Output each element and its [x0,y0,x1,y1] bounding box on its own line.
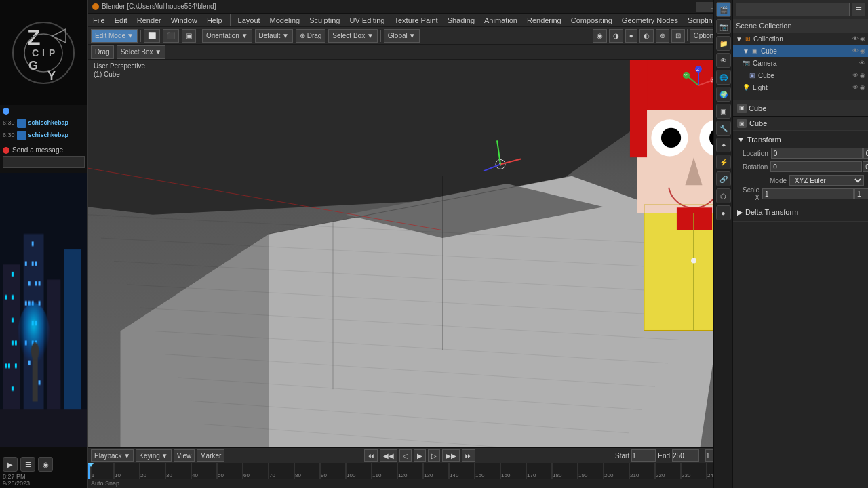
prev-keyframe-button[interactable]: ◁ [399,449,412,462]
ri-scene2-btn[interactable]: 🌐 [716,70,731,85]
prop-transform-header[interactable]: ▼ Transform [737,133,864,146]
ri-particles-btn[interactable]: ✦ [716,138,731,152]
outliner-item-light[interactable]: 💡 Light 👁 ◉ [733,81,868,94]
menu-shading[interactable]: Shading [446,16,477,24]
menu-layout[interactable]: Layout [236,16,262,24]
left-icon-2[interactable]: ☰ [20,457,35,472]
timeline: Playback ▼ Keying ▼ View Marker ⏮ ◀◀ ◁ ▶… [88,447,732,488]
drag-sub-button[interactable]: Drag [91,45,114,59]
menu-modeling[interactable]: Modeling [268,16,302,24]
scale-y[interactable] [854,188,868,199]
timeline-body[interactable] [88,463,732,479]
menu-uv-editing[interactable]: UV Editing [347,16,387,24]
outliner-render-cube2[interactable]: ◉ [860,72,865,79]
rotation-x[interactable] [770,161,862,172]
notif-row [0,105,87,117]
viewport-shading-3[interactable]: ● [625,29,637,43]
jump-end-button[interactable]: ⏭ [462,449,475,462]
edit-mode-button[interactable]: Edit Mode ▼ [91,29,138,43]
ri-physics-btn[interactable]: ⚡ [716,155,731,169]
end-frame-input[interactable] [672,449,699,462]
outliner-eye-camera[interactable]: 👁 [859,60,865,66]
search-input[interactable] [736,3,850,16]
outliner-eye-cube2[interactable]: 👁 [852,72,859,79]
gizmo-button[interactable]: ⊡ [671,29,685,43]
prev-frame-button[interactable]: ◀◀ [380,449,397,462]
select-button[interactable]: Select Box ▼ [328,29,377,43]
start-frame-input[interactable] [631,449,656,462]
scale-x[interactable] [762,188,854,199]
default-button[interactable]: Default ▼ [255,29,293,43]
vertex-mode-button[interactable]: ⬜ [144,29,160,43]
tl-view-button[interactable]: View [174,449,195,462]
start-label: Start [615,452,629,460]
chat-input[interactable] [3,156,85,168]
viewport-shading-2[interactable]: ◑ [609,29,623,43]
outliner-render-light[interactable]: ◉ [860,84,865,91]
viewport-shading-4[interactable]: ◐ [639,29,654,43]
menu-file[interactable]: File [91,16,107,24]
next-keyframe-button[interactable]: ▷ [428,449,440,462]
ri-data-btn[interactable]: ⬡ [716,188,731,203]
outliner-eye-collection[interactable]: 👁 [852,35,859,42]
viewport[interactable]: User Perspective (1) Cube + − 📷 ⌂ ⊞ [88,60,732,447]
ri-render-btn[interactable]: 📷 [716,19,731,34]
jump-start-button[interactable]: ⏮ [364,449,378,462]
prop-delta-header[interactable]: ▶ Delta Transform [737,205,864,219]
outliner-eye-cube[interactable]: 👁 [852,47,859,54]
menu-geometry-nodes[interactable]: Geometry Nodes [620,16,680,24]
delta-label: Delta Transform [745,208,798,216]
orientation-button[interactable]: Orientation ▼ [202,29,252,43]
filter-button[interactable]: ☰ [852,3,865,16]
menu-animation[interactable]: Animation [482,16,519,24]
rotation-y[interactable] [863,161,868,172]
overlay-button[interactable]: ⊕ [656,29,669,43]
ri-view-btn[interactable]: 👁 [716,53,731,68]
outliner-item-collection[interactable]: ▼ ⊞ Collection 👁 ◉ [733,33,868,45]
face-mode-button[interactable]: ▣ [182,29,196,43]
ri-constraints-btn[interactable]: 🔗 [716,171,731,186]
outliner-render-cube[interactable]: ◉ [860,47,865,54]
send-message-label[interactable]: Send a message [3,146,85,154]
next-frame-button[interactable]: ▶▶ [442,449,460,462]
prop-scale-row: Scale X [737,187,864,201]
rotation-mode-select[interactable]: XYZ Euler [789,175,864,186]
ri-world-btn[interactable]: 🌍 [716,87,731,102]
menu-edit[interactable]: Edit [113,16,130,24]
global-button[interactable]: Global ▼ [384,29,420,43]
menu-texture-paint[interactable]: Texture Paint [392,16,439,24]
outliner-item-camera[interactable]: 📷 Camera 👁 [733,57,868,69]
outliner-icons-cube: 👁 ◉ [852,47,865,54]
drag-button[interactable]: ⊕ Drag [296,29,326,43]
ri-output-btn[interactable]: 📁 [716,36,731,51]
ri-modifier-btn[interactable]: 🔧 [716,121,731,136]
playback-button[interactable]: Playback ▼ [91,449,134,462]
outliner-item-cube2[interactable]: ▣ Cube 👁 ◉ [733,69,868,81]
menu-rendering[interactable]: Rendering [525,16,564,24]
outliner-eye-light[interactable]: 👁 [852,84,859,91]
menu-help[interactable]: Help [205,16,224,24]
location-x[interactable] [771,148,863,159]
menu-render[interactable]: Render [135,16,163,24]
outliner-item-cube[interactable]: ▼ ▣ Cube 👁 ◉ [733,45,868,57]
outliner-render-collection[interactable]: ◉ [860,35,865,42]
chat-message-2: 6:30 schischkebap [0,129,87,142]
menu-sculpting[interactable]: Sculpting [307,16,342,24]
select-sub-button[interactable]: Select Box ▼ [117,45,165,59]
edge-mode-button[interactable]: ⬛ [163,29,179,43]
notif-dot [3,108,9,115]
menu-window[interactable]: Window [169,16,199,24]
viewport-shading-1[interactable]: ◉ [593,29,607,43]
left-icon-3[interactable]: ◉ [38,457,53,472]
blender-icon [91,2,100,12]
ri-scene-btn[interactable]: 🎬 [716,2,731,17]
left-icon-1[interactable]: ▶ [3,457,18,472]
play-button[interactable]: ▶ [414,449,426,462]
menu-compositing[interactable]: Compositing [569,16,614,24]
location-y[interactable] [863,148,868,159]
minimize-button[interactable]: — [696,2,707,12]
keying-button[interactable]: Keying ▼ [136,449,171,462]
tl-marker-button[interactable]: Marker [197,449,224,462]
ri-material-btn[interactable]: ● [716,205,731,220]
ri-object-btn[interactable]: ▣ [716,104,731,119]
